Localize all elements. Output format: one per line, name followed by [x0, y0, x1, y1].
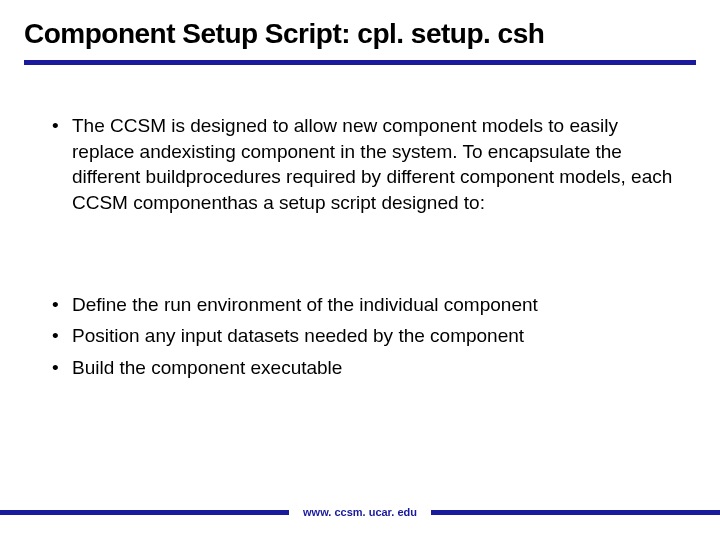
list-item: • Position any input datasets needed by … [52, 323, 680, 349]
bullet-dot-icon: • [52, 292, 72, 318]
bullet-group-a: • The CCSM is designed to allow new comp… [24, 113, 696, 216]
bullet-text: Build the component executable [72, 355, 342, 381]
bullet-dot-icon: • [52, 323, 72, 349]
slide: Component Setup Script: cpl. setup. csh … [0, 0, 720, 540]
bullet-text: Position any input datasets needed by th… [72, 323, 524, 349]
slide-title: Component Setup Script: cpl. setup. csh [24, 18, 696, 50]
bullet-dot-icon: • [52, 355, 72, 381]
list-item: • Build the component executable [52, 355, 680, 381]
bullet-text: The CCSM is designed to allow new compon… [72, 113, 680, 216]
footer-line-right [431, 510, 720, 515]
footer-line-left [0, 510, 289, 515]
footer-url: www. ccsm. ucar. edu [289, 506, 431, 518]
bullet-text: Define the run environment of the indivi… [72, 292, 538, 318]
list-item: • The CCSM is designed to allow new comp… [52, 113, 680, 216]
title-underline [24, 60, 696, 65]
footer: www. ccsm. ucar. edu [0, 506, 720, 518]
bullet-group-b: • Define the run environment of the indi… [24, 292, 696, 381]
spacer [24, 222, 696, 292]
bullet-dot-icon: • [52, 113, 72, 139]
list-item: • Define the run environment of the indi… [52, 292, 680, 318]
